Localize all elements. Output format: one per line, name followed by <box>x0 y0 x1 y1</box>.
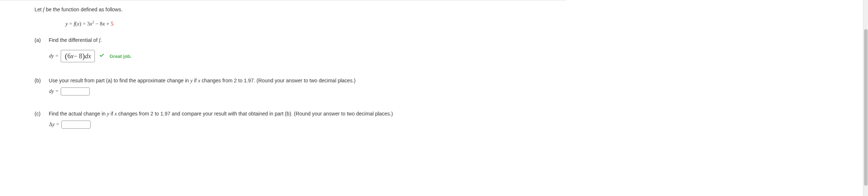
part-a-text: Find the differential of f. <box>49 37 102 43</box>
part-a-feedback: Great job. <box>109 54 132 59</box>
dy-label-a: dy = <box>49 53 59 59</box>
part-c: (c) Find the actual change in y if x cha… <box>35 111 853 129</box>
delta-y-label: Δy = <box>49 122 59 128</box>
check-icon <box>99 53 104 59</box>
part-b-text: Use your result from part (a) to find th… <box>49 78 355 84</box>
part-b-label: (b) <box>35 78 47 83</box>
part-b-answer-line: dy = <box>49 87 853 95</box>
question-content: Let f be the function defined as follows… <box>35 7 853 144</box>
part-a-label: (a) <box>35 37 47 43</box>
part-c-label: (c) <box>35 111 47 117</box>
part-a: (a) Find the differential of f. dy = (6x… <box>35 37 853 62</box>
part-a-answer-line: dy = (6x − 8)dx Great job. <box>49 50 853 62</box>
function-formula: y = f(x) = 3x2 − 8x + 5 <box>65 20 853 27</box>
constant-term: 5 <box>111 21 114 27</box>
formula-lhs: y <box>65 21 68 27</box>
panel-top-border <box>0 0 566 1</box>
part-b: (b) Use your result from part (a) to fin… <box>35 78 853 95</box>
intro-text: Let f be the function defined as follows… <box>35 7 853 13</box>
part-c-answer-line: Δy = <box>49 121 853 129</box>
part-c-input[interactable] <box>61 121 91 129</box>
part-a-answer-box[interactable]: (6x − 8)dx <box>61 50 95 62</box>
vertical-scrollbar[interactable] <box>863 0 868 196</box>
scrollbar-thumb[interactable] <box>864 29 868 186</box>
part-c-text: Find the actual change in y if x changes… <box>49 111 393 117</box>
dy-label-b: dy = <box>49 89 59 94</box>
part-b-input[interactable] <box>61 87 90 95</box>
